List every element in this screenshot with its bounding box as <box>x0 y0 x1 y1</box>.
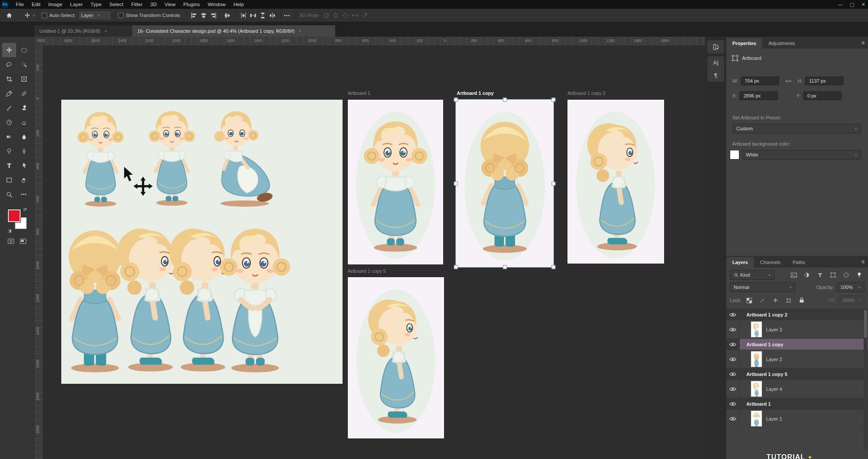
close-button[interactable]: ✕ <box>861 0 865 9</box>
marquee-tool[interactable] <box>17 43 31 57</box>
lock-all-icon[interactable] <box>796 296 807 305</box>
visibility-toggle[interactable] <box>726 309 740 320</box>
tab-properties[interactable]: Properties <box>726 38 762 49</box>
document-tab-untitled[interactable]: Untitled-1 @ 33.3% (RGB/8)× <box>34 25 132 37</box>
y-field[interactable]: 0 px <box>803 91 842 100</box>
clone-stamp-tool[interactable] <box>17 101 31 115</box>
move-tool-preset[interactable] <box>21 10 33 21</box>
artboard-bg-dropdown[interactable]: White˅ <box>742 150 861 160</box>
layer-row[interactable]: Layer 1 <box>726 410 868 428</box>
menu-select[interactable]: Select <box>105 0 127 9</box>
menu-help[interactable]: Help <box>230 0 248 9</box>
lock-transparent-pixels-icon[interactable] <box>744 296 754 305</box>
layer-group-row[interactable]: Artboard 1 <box>726 398 868 410</box>
artboard-label-1-copy-5[interactable]: Artboard 1 copy 5 <box>348 268 386 274</box>
lasso-tool[interactable] <box>2 57 16 72</box>
artboard-bg-swatch[interactable] <box>730 150 739 160</box>
maximize-button[interactable]: ▢ <box>850 0 854 9</box>
filter-type-layers-icon[interactable] <box>815 271 825 279</box>
distribute-horizontal-button[interactable] <box>248 10 258 20</box>
transform-handle[interactable] <box>552 265 556 269</box>
menu-window[interactable]: Window <box>204 0 230 9</box>
auto-select-checkbox[interactable] <box>42 13 47 18</box>
filter-adjustment-layers-icon[interactable] <box>802 271 812 279</box>
tab-close-icon[interactable]: × <box>299 29 301 33</box>
layer-thumbnail[interactable] <box>751 322 762 337</box>
eyedropper-tool[interactable] <box>2 86 16 101</box>
filter-shape-layers-icon[interactable] <box>828 271 838 279</box>
filter-toggle-icon[interactable] <box>854 271 864 279</box>
zoom-tool[interactable] <box>2 187 16 202</box>
move-tool[interactable] <box>2 43 16 57</box>
home-button[interactable] <box>4 10 15 21</box>
dodge-tool[interactable] <box>2 144 16 158</box>
x-field[interactable]: 2896 px <box>739 91 778 100</box>
visibility-toggle[interactable] <box>726 350 740 368</box>
menu-plugins[interactable]: Plugins <box>179 0 204 9</box>
swap-colors-icon[interactable]: ⇄ <box>23 207 27 212</box>
tool-preset-caret-icon[interactable]: ˅ <box>33 14 35 17</box>
transform-handle[interactable] <box>503 265 507 269</box>
tab-channels[interactable]: Channels <box>754 257 786 268</box>
screen-mode-button[interactable] <box>20 238 27 244</box>
visibility-toggle[interactable] <box>726 369 740 379</box>
history-panel-icon[interactable] <box>712 43 720 51</box>
menu-type[interactable]: Type <box>87 0 105 9</box>
vertical-ruler[interactable]: 2000200400600800100012001400160018002000 <box>34 45 43 459</box>
layer-row[interactable]: Layer 3 <box>726 320 868 339</box>
character-panel-icon[interactable]: A| <box>713 59 718 66</box>
layer-row[interactable]: Layer 2 <box>726 350 868 369</box>
layer-group-row-selected[interactable]: Artboard 1 copy <box>726 339 868 350</box>
edit-toolbar-button[interactable]: ••• <box>17 187 31 202</box>
tab-adjustments[interactable]: Adjustments <box>762 38 801 49</box>
tab-close-icon[interactable]: × <box>105 29 107 33</box>
visibility-toggle[interactable] <box>726 320 740 338</box>
preset-dropdown[interactable]: Custom˅ <box>732 124 861 133</box>
artboard-1-copy[interactable] <box>456 100 553 267</box>
menu-image[interactable]: Image <box>44 0 66 9</box>
layer-filter-dropdown[interactable]: Kind ˅ <box>730 270 774 280</box>
crop-tool[interactable] <box>2 72 16 86</box>
width-field[interactable]: 704 px <box>741 76 779 85</box>
tab-layers[interactable]: Layers <box>726 257 754 268</box>
artboard-label-1-copy[interactable]: Artboard 1 copy <box>457 90 494 96</box>
eraser-tool[interactable] <box>17 115 31 129</box>
align-vertical-centers-button[interactable] <box>223 10 232 20</box>
auto-select-dropdown[interactable]: Layer˅ <box>78 10 112 20</box>
character-reference-sheet[interactable] <box>61 100 343 384</box>
brush-tool[interactable] <box>2 101 16 115</box>
distribute-left-button[interactable] <box>239 10 248 20</box>
menu-3d[interactable]: 3D <box>147 0 161 9</box>
panel-menu-icon[interactable]: ≡ <box>861 259 864 265</box>
canvas-area[interactable]: Artboard 1 Artboard 1 copy Artboard 1 co… <box>43 45 705 459</box>
type-tool[interactable] <box>2 158 16 173</box>
artboard-1-copy-5[interactable] <box>348 277 444 438</box>
menu-file[interactable]: File <box>12 0 28 9</box>
quick-selection-tool[interactable] <box>17 57 31 72</box>
menu-filter[interactable]: Filter <box>127 0 147 9</box>
minimize-button[interactable]: — <box>838 0 843 9</box>
frame-tool[interactable] <box>17 72 31 86</box>
artboard-label-1[interactable]: Artboard 1 <box>348 90 370 96</box>
document-tab-character-design[interactable]: 16- Consistent Character design.psd @ 40… <box>132 25 335 37</box>
paragraph-panel-icon[interactable]: ¶ <box>714 72 718 79</box>
distribute-spacing-button[interactable] <box>268 10 277 20</box>
quick-mask-button[interactable] <box>7 238 14 244</box>
layer-row[interactable]: Layer 4 <box>726 380 868 398</box>
layer-thumbnail[interactable] <box>751 411 762 426</box>
visibility-toggle[interactable] <box>726 339 740 350</box>
path-selection-tool[interactable] <box>17 158 31 173</box>
blur-tool[interactable] <box>17 129 31 144</box>
link-dimensions-icon[interactable] <box>784 77 792 84</box>
show-transform-checkbox[interactable] <box>118 13 124 18</box>
transform-handle[interactable] <box>454 265 458 269</box>
default-colors-icon[interactable]: ◨ <box>8 229 12 233</box>
layer-thumbnail[interactable] <box>751 381 762 396</box>
menu-layer[interactable]: Layer <box>66 0 87 9</box>
lock-artboard-icon[interactable] <box>783 296 794 305</box>
height-field[interactable]: 1137 px <box>805 76 844 85</box>
lock-position-icon[interactable] <box>770 296 780 305</box>
layer-group-row[interactable]: Artboard 1 copy 5 <box>726 369 868 380</box>
menu-edit[interactable]: Edit <box>28 0 45 9</box>
artboard-1[interactable] <box>348 100 443 264</box>
